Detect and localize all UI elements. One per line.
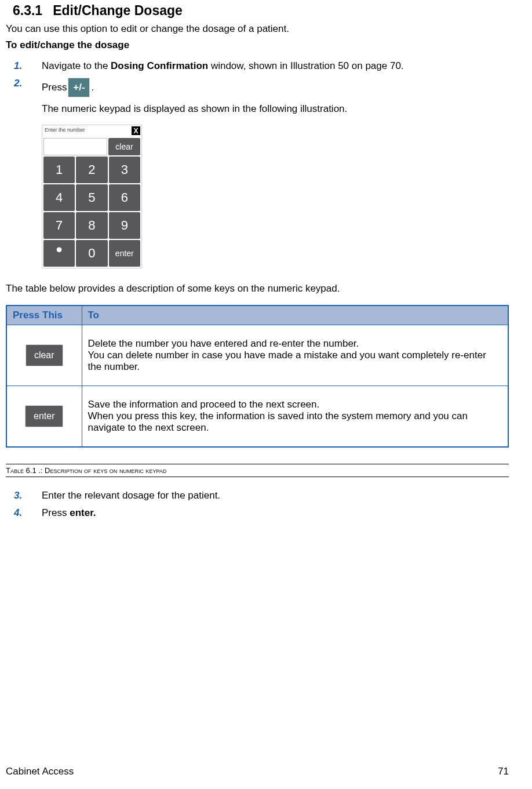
keypad-key-8[interactable]: 8 xyxy=(76,212,107,239)
plus-minus-button[interactable]: +/- xyxy=(68,78,90,97)
keypad-clear-button[interactable]: clear xyxy=(108,138,140,155)
step-marker: 1. xyxy=(14,60,42,72)
clear-key-icon: clear xyxy=(25,344,63,366)
keypad-title: Enter the number xyxy=(43,126,86,133)
section-number: 6.3.1 xyxy=(13,3,42,18)
step-1: 1. Navigate to the Dosing Confirmation w… xyxy=(14,60,509,72)
keypad-key-0[interactable]: 0 xyxy=(76,240,107,267)
table-cell-text: When you press this key, the information… xyxy=(88,410,502,434)
keypad-key-1[interactable]: 1 xyxy=(43,157,75,183)
section-title: Edit/Change Dosage xyxy=(53,3,183,18)
section-heading: 6.3.1Edit/Change Dosage xyxy=(13,3,509,19)
step-text-pre: Press xyxy=(42,507,70,518)
enter-key-icon: enter xyxy=(25,405,63,427)
numeric-keypad: Enter the number X clear 1 2 3 4 5 6 7 8… xyxy=(42,125,142,268)
footer-left: Cabinet Access xyxy=(6,766,74,777)
step-4: 4. Press enter. xyxy=(14,507,509,519)
intro-text: You can use this option to edit or chang… xyxy=(6,23,509,35)
step-3: 3. Enter the relevant dosage for the pat… xyxy=(14,490,509,501)
procedure-heading: To edit/change the dosage xyxy=(6,39,509,51)
keypad-key-5[interactable]: 5 xyxy=(76,184,107,211)
table-intro: The table below provides a description o… xyxy=(6,283,509,294)
step-body: Navigate to the Dosing Confirmation wind… xyxy=(42,60,404,72)
step-2: 2. Press +/- . xyxy=(14,78,509,97)
step-text-post: . xyxy=(91,82,94,93)
keypad-key-3[interactable]: 3 xyxy=(109,157,140,183)
table-caption: Table 6.1 .: Description of keys on nume… xyxy=(6,464,509,477)
step-text-pre: Navigate to the xyxy=(42,60,111,71)
table-header-press-this: Press This xyxy=(6,306,82,325)
step-2-after: The numeric keypad is displayed as shown… xyxy=(42,103,509,115)
keypad-enter-button[interactable]: enter xyxy=(109,240,140,267)
caption-text: Description of keys on numeric keypad xyxy=(45,466,166,475)
table-cell-text: You can delete number in case you have m… xyxy=(88,350,502,373)
step-text-post: window, shown in Illustration 50 on page… xyxy=(208,60,403,71)
step-marker: 4. xyxy=(14,507,42,519)
step-body: Enter the relevant dosage for the patien… xyxy=(42,490,220,501)
table-row: enter Save the information and proceed t… xyxy=(6,386,508,448)
footer-page-number: 71 xyxy=(498,766,509,777)
keypad-input[interactable] xyxy=(43,138,107,155)
step-marker: 3. xyxy=(14,490,42,501)
table-cell-text: Delete the number you have entered and r… xyxy=(88,338,502,350)
step-body: Press +/- . xyxy=(42,78,94,97)
table-header-to: To xyxy=(82,306,508,325)
page-footer: Cabinet Access 71 xyxy=(6,766,509,777)
dosing-confirmation-ref: Dosing Confirmation xyxy=(111,60,208,71)
keypad-key-4[interactable]: 4 xyxy=(43,184,75,211)
keypad-key-2[interactable]: 2 xyxy=(76,157,107,183)
enter-ref: enter. xyxy=(70,507,96,518)
step-text-pre: Press xyxy=(42,82,67,93)
step-marker: 2. xyxy=(14,78,42,89)
keypad-key-dot[interactable]: • xyxy=(43,240,75,267)
keypad-description-table: Press This To clear Delete the number yo… xyxy=(6,305,509,448)
keypad-key-6[interactable]: 6 xyxy=(109,184,140,211)
caption-prefix: Table 6.1 .: xyxy=(6,466,45,475)
keypad-key-7[interactable]: 7 xyxy=(43,212,75,239)
step-body: Press enter. xyxy=(42,507,96,519)
keypad-close-button[interactable]: X xyxy=(132,126,140,135)
table-row: clear Delete the number you have entered… xyxy=(6,325,508,386)
table-cell-text: Save the information and proceed to the … xyxy=(88,399,502,410)
keypad-key-9[interactable]: 9 xyxy=(109,212,140,239)
